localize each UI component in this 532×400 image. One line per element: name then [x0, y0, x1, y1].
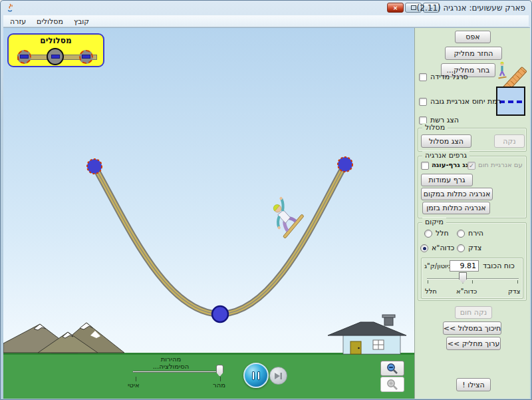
app-window: × – פארק שעשועים: אנרגיה (2.11) קובץ מסל…	[0, 0, 532, 400]
zoom-out-button[interactable]	[380, 361, 404, 376]
pause-button[interactable]	[243, 363, 269, 388]
reference-level-label[interactable]: רמת יחוס אנרגיית גובה	[430, 97, 501, 106]
gravity-slider-tick	[428, 280, 428, 284]
measuring-tape-label[interactable]: סרגל מדידה	[430, 73, 468, 81]
speed-slow-label: איטי	[128, 381, 140, 389]
gravity-tick-earth: כדוה"א	[456, 288, 477, 295]
gravity-slider-thumb[interactable]	[459, 272, 467, 284]
palette-bar	[51, 55, 60, 59]
track-control-point-left[interactable]	[87, 159, 102, 174]
gravity-units: ניוטון/ק"ג	[424, 262, 451, 270]
gravity-tick-space: חלל	[425, 288, 437, 295]
control-panel: אפס החזר מחליק בחר מחליק... סרגל מדידה ר…	[414, 28, 530, 399]
track-section-title: מסלול	[422, 123, 448, 132]
mountain-range-icon	[3, 323, 124, 353]
gravity-tick-jupiter: צדק	[508, 288, 521, 295]
close-button[interactable]: ×	[387, 3, 404, 13]
thermal-energy-label: עם אנרגיית חום	[478, 161, 523, 168]
energy-vs-position-button[interactable]: אנרגיה כתלות במקום	[421, 188, 493, 200]
help-button[interactable]: הצילו !	[456, 378, 491, 391]
gravity-box: ניוטון/ק"ג כוח הכובד חלל כדוה"א צדק	[421, 258, 523, 299]
location-section: מיקום חלל הירח כדוה"א צדק ניוטון/ק"ג כוח…	[418, 222, 527, 301]
skater-icon	[497, 61, 507, 80]
speed-slider-tick	[136, 377, 136, 381]
track-control-point-right[interactable]	[338, 157, 352, 172]
radio-moon-label[interactable]: הירח	[468, 229, 483, 238]
ground	[3, 353, 414, 399]
speed-slider-tick	[220, 377, 221, 381]
energy-graphs-section: גרפים אנרגיה הצג גרף-עוגה ✓ עם אנרגיית ח…	[418, 156, 527, 218]
zoom-in-button[interactable]	[380, 377, 404, 392]
speed-slider-track[interactable]	[132, 371, 223, 373]
tracks-palette: מסלולים	[7, 33, 104, 67]
menu-help[interactable]: עזרה	[5, 17, 31, 27]
radio-earth-label[interactable]: כדוה"א	[432, 244, 454, 252]
energy-vs-time-button[interactable]: אנרגיה כתלות בזמן	[422, 202, 490, 214]
speed-fast-label: מהר	[213, 381, 225, 389]
magnifier-minus-icon	[386, 363, 399, 375]
thermal-energy-checkbox[interactable]: ✓	[467, 162, 475, 170]
titlebar[interactable]: × – פארק שעשועים: אנרגיה (2.11)	[1, 1, 531, 15]
simulation-canvas[interactable]: מסלולים מהירות הסימולציה... מהר איטי	[3, 28, 414, 399]
pause-icon	[252, 371, 255, 380]
radio-space[interactable]	[424, 230, 432, 238]
window-title: פארק שעשועים: אנרגיה (2.11)	[417, 3, 525, 13]
clear-track-button[interactable]: נקה	[494, 134, 525, 148]
gravity-value-input[interactable]	[450, 260, 479, 272]
house-icon	[328, 315, 406, 354]
menu-tracks[interactable]: מסלולים	[31, 17, 68, 27]
step-icon	[274, 372, 283, 380]
clear-heat-button[interactable]: נקה חום	[455, 306, 492, 319]
scene-graphics	[3, 28, 414, 399]
gravity-slider-track[interactable]	[427, 278, 519, 280]
measuring-tape-checkbox[interactable]	[419, 73, 427, 81]
pause-icon	[257, 371, 260, 380]
track-control-point-bottom[interactable]	[212, 306, 228, 322]
radio-jupiter-label[interactable]: צדק	[468, 244, 481, 252]
gravity-slider-tick	[472, 280, 473, 284]
location-section-title: מיקום	[422, 218, 446, 226]
radio-earth[interactable]	[420, 244, 428, 252]
pie-chart-checkbox[interactable]	[421, 162, 429, 170]
menu-file[interactable]: קובץ	[68, 17, 94, 27]
show-track-button[interactable]: הצג מסלול	[421, 134, 471, 148]
maximize-icon	[411, 5, 416, 10]
reset-button[interactable]: אפס	[455, 31, 491, 43]
gravity-label: כוח הכובד	[483, 262, 515, 270]
track-friction-button[interactable]: << חיכוך במסלול	[443, 321, 501, 335]
skater-figure[interactable]	[262, 196, 304, 238]
radio-space-label[interactable]: חלל	[436, 229, 449, 238]
radio-jupiter[interactable]	[457, 244, 465, 252]
menubar: קובץ מסלולים עזרה	[3, 15, 529, 27]
track-section: מסלול הצג מסלול נקה	[418, 128, 527, 152]
step-button[interactable]	[269, 367, 287, 385]
bar-graph-button[interactable]: גרף עמודות	[421, 174, 473, 186]
tracks-palette-title: מסלולים	[9, 36, 103, 45]
simulation-speed-label: מהירות הסימולציה...	[144, 355, 198, 370]
palette-bar	[82, 55, 90, 59]
palette-bar	[20, 55, 29, 59]
gravity-slider-tick	[517, 280, 518, 284]
energy-graphs-section-title: גרפים אנרגיה	[422, 151, 469, 160]
track-curve[interactable]	[94, 164, 345, 314]
radio-moon[interactable]	[457, 230, 465, 238]
reference-level-checkbox[interactable]	[419, 98, 427, 106]
edit-skater-button[interactable]: << ערוך מחליק	[446, 337, 501, 350]
return-skater-button[interactable]: החזר מחליק	[445, 47, 502, 60]
magnifier-plus-icon	[386, 379, 399, 391]
java-logo-icon	[5, 3, 15, 13]
